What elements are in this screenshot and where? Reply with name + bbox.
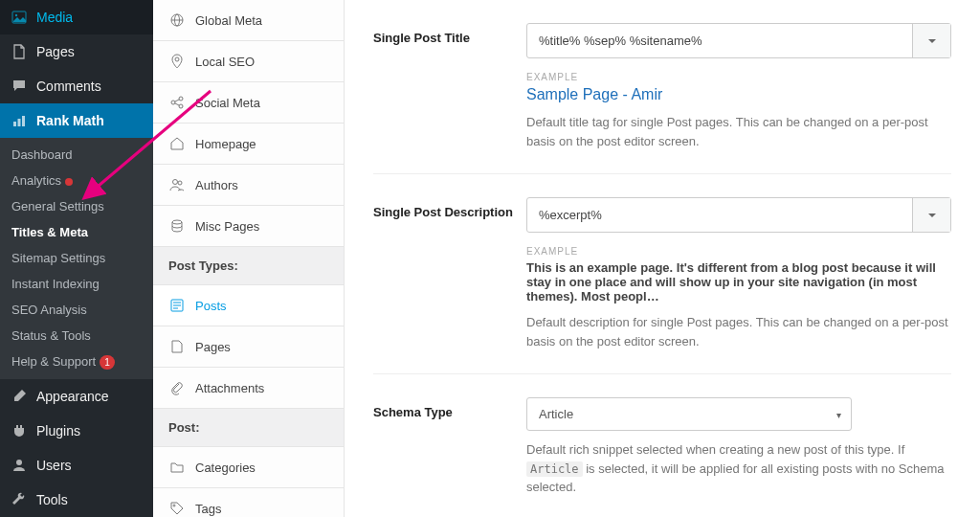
tab-label: Tags xyxy=(195,502,221,516)
schema-select[interactable]: Article xyxy=(526,397,852,431)
section-post-types: Post Types: xyxy=(153,247,344,285)
sidebar-label: Media xyxy=(36,10,73,25)
tab-global-meta[interactable]: Global Meta xyxy=(153,0,344,41)
tab-social-meta[interactable]: Social Meta xyxy=(153,82,344,124)
sidebar-item-tools[interactable]: Tools xyxy=(0,483,153,517)
notification-dot-icon xyxy=(65,178,73,186)
sidebar-label: Rank Math xyxy=(36,113,104,128)
sidebar-item-appearance[interactable]: Appearance xyxy=(0,379,153,414)
folder-icon xyxy=(168,459,186,476)
share-icon xyxy=(168,94,186,111)
tag-icon xyxy=(168,500,186,517)
tab-pages[interactable]: Pages xyxy=(153,326,344,368)
tab-label: Categories xyxy=(195,461,256,475)
sidebar-sub-instant-indexing[interactable]: Instant Indexing xyxy=(0,271,153,297)
svg-line-21 xyxy=(175,103,180,105)
tab-label: Social Meta xyxy=(195,96,260,110)
users-icon xyxy=(168,176,186,193)
pageflag-icon xyxy=(168,338,186,355)
svg-rect-3 xyxy=(18,119,21,126)
setting-schema-type: Schema Type Article Default rich snippet… xyxy=(373,374,951,517)
dropdown-toggle[interactable] xyxy=(912,24,950,57)
wp-sidebar: Media Pages Comments Rank Math Dashboard… xyxy=(0,0,153,517)
sidebar-item-media[interactable]: Media xyxy=(0,0,153,34)
home-icon xyxy=(168,135,186,152)
globe-icon xyxy=(168,11,186,29)
plugin-icon xyxy=(10,421,29,440)
svg-point-16 xyxy=(175,57,179,61)
brush-icon xyxy=(10,387,29,406)
sidebar-item-comments[interactable]: Comments xyxy=(0,69,153,103)
example-label: EXAMPLE xyxy=(526,246,951,257)
media-icon xyxy=(10,8,29,27)
example-label: EXAMPLE xyxy=(526,72,951,82)
sidebar-sub-seo-analysis[interactable]: SEO Analysis xyxy=(0,297,153,323)
sidebar-label: Appearance xyxy=(36,389,109,404)
code-literal: Article xyxy=(526,461,583,477)
svg-point-19 xyxy=(179,104,183,108)
sidebar-submenu: Dashboard Analytics General Settings Tit… xyxy=(0,138,153,379)
tab-attachments[interactable]: Attachments xyxy=(153,368,344,409)
sidebar-sub-general-settings[interactable]: General Settings xyxy=(0,193,153,219)
pin-icon xyxy=(168,53,186,70)
badge-count: 1 xyxy=(100,355,115,370)
chart-icon xyxy=(10,111,29,130)
svg-point-24 xyxy=(172,220,182,224)
input-value: %title% %sep% %sitename% xyxy=(527,24,912,57)
tab-label: Attachments xyxy=(195,381,264,395)
svg-point-17 xyxy=(171,101,175,104)
comment-icon xyxy=(10,77,29,96)
dropdown-toggle[interactable] xyxy=(912,198,950,232)
setting-single-post-description: Single Post Description %excerpt% EXAMPL… xyxy=(373,174,951,374)
sidebar-item-users[interactable]: Users xyxy=(0,448,153,483)
sidebar-item-plugins[interactable]: Plugins xyxy=(0,414,153,448)
sidebar-sub-dashboard[interactable]: Dashboard xyxy=(0,142,153,168)
setting-single-post-title: Single Post Title %title% %sep% %sitenam… xyxy=(373,0,951,174)
sidebar-label: Pages xyxy=(36,44,75,59)
help-text: Default title tag for single Post pages.… xyxy=(526,113,951,150)
tab-homepage[interactable]: Homepage xyxy=(153,124,344,165)
sidebar-sub-sitemap-settings[interactable]: Sitemap Settings xyxy=(0,245,153,271)
svg-point-23 xyxy=(178,181,182,185)
svg-rect-2 xyxy=(13,122,16,126)
sidebar-item-rank-math[interactable]: Rank Math xyxy=(0,103,153,138)
settings-tabs: Global Meta Local SEO Social Meta Homepa… xyxy=(153,0,345,517)
setting-label: Single Post Title xyxy=(373,23,526,150)
tab-authors[interactable]: Authors xyxy=(153,165,344,206)
sidebar-item-pages[interactable]: Pages xyxy=(0,34,153,69)
input-value: %excerpt% xyxy=(527,198,912,232)
tab-tags[interactable]: Tags xyxy=(153,488,344,517)
tab-local-seo[interactable]: Local SEO xyxy=(153,41,344,82)
svg-point-5 xyxy=(16,460,22,465)
tab-posts[interactable]: Posts xyxy=(153,285,344,326)
sidebar-label: Tools xyxy=(36,492,68,507)
svg-line-20 xyxy=(175,100,180,101)
sidebar-label: Users xyxy=(36,458,72,473)
wrench-icon xyxy=(10,490,29,509)
sidebar-sub-help-support[interactable]: Help & Support1 xyxy=(0,348,153,375)
tab-label: Homepage xyxy=(195,137,256,151)
sidebar-sub-status-tools[interactable]: Status & Tools xyxy=(0,323,153,348)
description-input[interactable]: %excerpt% xyxy=(526,197,951,233)
sidebar-sub-analytics[interactable]: Analytics xyxy=(0,168,153,193)
tab-categories[interactable]: Categories xyxy=(153,447,344,488)
tab-label: Pages xyxy=(195,340,231,354)
svg-point-22 xyxy=(173,180,178,185)
section-post: Post: xyxy=(153,409,344,447)
setting-label: Schema Type xyxy=(373,397,526,497)
settings-content: Single Post Title %title% %sep% %sitenam… xyxy=(345,0,980,517)
title-input[interactable]: %title% %sep% %sitename% xyxy=(526,23,951,58)
svg-point-18 xyxy=(179,97,183,101)
example-preview-title: Sample Page - Amir xyxy=(526,86,951,103)
svg-point-29 xyxy=(173,505,175,506)
select-value: Article xyxy=(539,407,573,421)
chevron-down-icon xyxy=(926,210,938,221)
svg-point-1 xyxy=(15,14,17,16)
help-text: Default description for single Post page… xyxy=(526,313,951,350)
sidebar-sub-titles-meta[interactable]: Titles & Meta xyxy=(0,219,153,245)
sidebar-label: Comments xyxy=(36,79,101,94)
clip-icon xyxy=(168,379,186,396)
page-icon xyxy=(10,42,29,61)
tab-misc-pages[interactable]: Misc Pages xyxy=(153,206,344,247)
tab-label: Global Meta xyxy=(195,13,262,28)
